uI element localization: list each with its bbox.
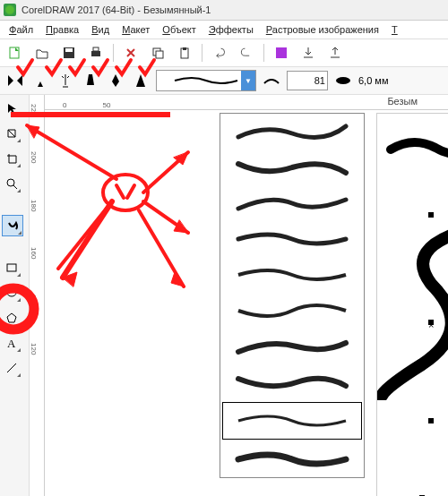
svg-rect-8 (183, 47, 186, 50)
menu-edit[interactable]: Правка (40, 22, 84, 37)
calligraphy-icon[interactable] (81, 69, 100, 92)
print-button[interactable] (86, 43, 106, 63)
svg-text:A: A (7, 337, 16, 349)
shape-tool[interactable] (2, 124, 22, 143)
svg-rect-12 (7, 264, 16, 271)
svg-rect-0 (10, 47, 19, 58)
spray-icon[interactable] (56, 69, 75, 92)
svg-rect-6 (156, 51, 163, 58)
svg-rect-3 (91, 51, 100, 56)
stroke-option[interactable] (220, 364, 364, 400)
spacer (2, 242, 27, 252)
svg-point-11 (7, 179, 14, 186)
svg-point-13 (7, 289, 16, 296)
svg-rect-9 (276, 47, 287, 58)
document-tab[interactable]: Безым (383, 95, 421, 107)
stroke-option[interactable] (220, 185, 364, 221)
titlebar: CorelDRAW 2017 (64-Bit) - Безымянный-1 (0, 0, 448, 21)
nib-icon (333, 69, 353, 92)
canvas[interactable]: 050 Безым × (45, 95, 448, 496)
text-tool[interactable]: A (2, 333, 22, 353)
import-button[interactable] (298, 43, 318, 63)
selection-handle[interactable] (428, 418, 434, 423)
export-button[interactable] (325, 43, 345, 63)
ellipse-tool[interactable] (2, 283, 22, 303)
mirror-icon[interactable] (5, 69, 25, 92)
svg-point-10 (336, 77, 350, 84)
svg-rect-4 (93, 47, 99, 51)
stroke-option[interactable] (220, 329, 364, 364)
pen-icon[interactable] (106, 69, 125, 92)
stroke-option[interactable] (220, 257, 364, 293)
brush-icon[interactable] (30, 69, 50, 92)
paste-button[interactable] (175, 43, 194, 63)
menu-file[interactable]: Файл (4, 22, 39, 37)
freehand-tool[interactable] (2, 215, 23, 236)
separator (202, 44, 202, 62)
standard-toolbar (0, 39, 448, 67)
selection-handle[interactable]: × (428, 320, 434, 325)
title-text: CorelDRAW 2017 (64-Bit) - Безымянный-1 (22, 4, 211, 15)
pressure-icon[interactable] (131, 69, 151, 92)
menu-layout[interactable]: Макет (116, 22, 155, 37)
stroke-preset-select[interactable]: ▼ (156, 70, 256, 91)
stroke-preset-dropdown[interactable] (220, 113, 365, 478)
cut-button[interactable] (121, 43, 141, 63)
separator (263, 44, 264, 62)
stroke-option-selected[interactable] (222, 402, 362, 440)
dimension-tool[interactable] (2, 358, 22, 378)
stroke-option[interactable] (220, 221, 364, 257)
crop-tool[interactable] (2, 149, 22, 168)
search-button[interactable] (271, 43, 291, 63)
separator (113, 44, 114, 62)
stroke-width-value: 6,0 мм (358, 75, 388, 86)
menu-view[interactable]: Вид (86, 22, 115, 37)
rectangle-tool[interactable] (2, 258, 22, 278)
toolbox: A (0, 95, 30, 496)
preview-panel: × (376, 113, 448, 496)
spacer (2, 199, 27, 210)
menu-effects[interactable]: Эффекты (203, 22, 259, 37)
save-button[interactable] (59, 43, 79, 63)
zoom-tool[interactable] (2, 174, 22, 193)
polygon-tool[interactable] (2, 308, 22, 328)
menu-object[interactable]: Объект (157, 22, 201, 37)
pick-tool[interactable] (2, 98, 22, 118)
menu-text[interactable]: Т (386, 22, 403, 37)
app-icon (4, 4, 16, 16)
stroke-option[interactable] (220, 441, 364, 477)
ruler-vertical: 220200180160140120 (30, 95, 45, 496)
undo-button[interactable] (210, 43, 229, 63)
smoothing-input[interactable] (287, 71, 328, 90)
open-button[interactable] (32, 43, 52, 63)
redo-button[interactable] (237, 43, 256, 63)
menu-bitmap[interactable]: Растровые изображения (261, 22, 384, 37)
selection-handle[interactable] (428, 212, 434, 218)
stroke-option[interactable] (220, 150, 364, 185)
smoothing-icon[interactable] (262, 69, 281, 92)
workspace: A 220200180160140120 050 Безым (0, 95, 448, 496)
chevron-down-icon: ▼ (241, 71, 255, 90)
canvas-area: 220200180160140120 050 Безым (30, 95, 448, 496)
stroke-option[interactable] (220, 293, 364, 329)
menubar: Файл Правка Вид Макет Объект Эффекты Рас… (0, 21, 448, 39)
new-button[interactable] (5, 43, 25, 63)
property-bar: ▼ 6,0 мм (0, 67, 448, 95)
copy-button[interactable] (148, 43, 168, 63)
stroke-option[interactable] (220, 114, 364, 150)
svg-rect-2 (65, 48, 73, 52)
